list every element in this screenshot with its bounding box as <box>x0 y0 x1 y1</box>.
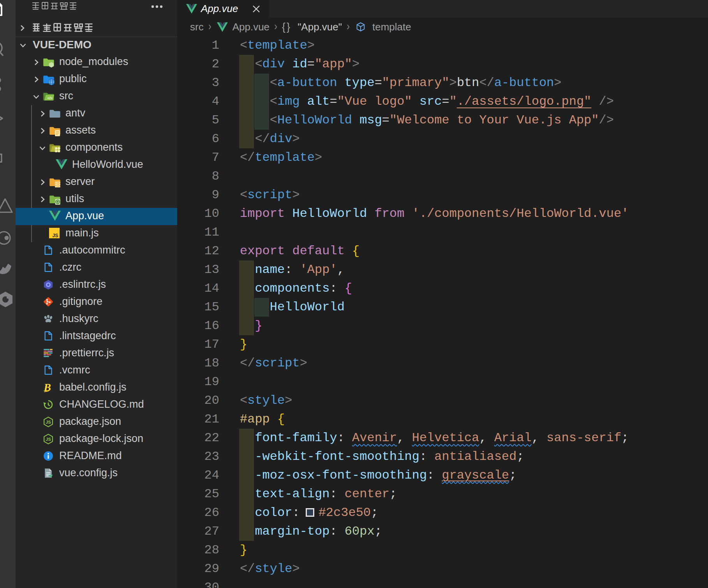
svg-text:JS: JS <box>53 233 58 238</box>
svg-text:JS: JS <box>46 420 51 424</box>
svg-text:</>: </> <box>47 96 53 100</box>
svg-text:JS: JS <box>46 437 51 442</box>
